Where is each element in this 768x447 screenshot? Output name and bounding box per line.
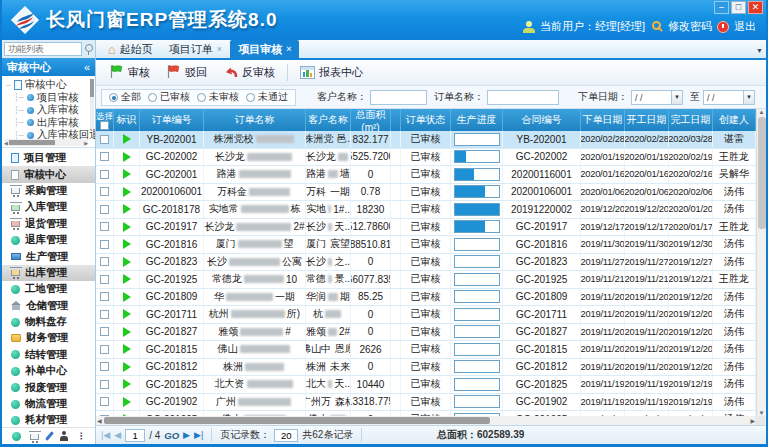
scroll-thumb[interactable] [9, 140, 55, 145]
table-row[interactable]: 20200106001万科金万科一期0.78已审核202001060012020… [96, 184, 756, 202]
审核-button[interactable]: 审核 [102, 62, 157, 83]
logout-link[interactable]: 退出 [734, 19, 756, 34]
calendar-dropdown-icon[interactable]: ▼ [671, 91, 682, 104]
table-row[interactable]: GC-201812株洲株洲未来0已审核GC-2018122019/11/2020… [96, 359, 756, 377]
tab-close-icon[interactable]: × [286, 44, 291, 54]
row-checkbox[interactable] [100, 275, 109, 284]
pin-icon[interactable] [84, 43, 93, 55]
反审核-button[interactable]: 反审核 [216, 63, 282, 83]
报表中心-button[interactable]: 报表中心 [293, 63, 370, 82]
table-row[interactable]: GC-2018178实地常栋实地1#..18230已审核201912200022… [96, 201, 756, 219]
sidebar-item-仓储管理[interactable]: 仓储管理 [2, 298, 95, 314]
sidebar-item-财务管理[interactable]: 财务管理 [2, 330, 95, 346]
table-row[interactable]: GC-201827雅颂#雅颂2#0已审核GC-2018272019/11/202… [96, 324, 756, 342]
sidebar-item-补单中心[interactable]: 补单中心 [2, 363, 95, 379]
row-checkbox[interactable] [100, 170, 109, 179]
table-row[interactable]: YB-202001株洲党校株洲党邑..832.177已审核YB-20200120… [96, 131, 756, 149]
sidebar-item-退货管理[interactable]: 退货管理 [2, 216, 95, 232]
row-checkbox[interactable] [100, 345, 109, 354]
tab-overflow-icon[interactable]: ▼ [756, 47, 763, 54]
sidebar-item-生产管理[interactable]: 生产管理 [2, 248, 95, 264]
prev-page-button[interactable]: ◀ [114, 430, 121, 440]
sidebar-item-退库管理[interactable]: 退库管理 [2, 232, 95, 248]
collapse-icon[interactable]: « [84, 61, 90, 73]
table-row[interactable]: GC-201925常德龙10常德景..266077.835..已审核GC-201… [96, 271, 756, 289]
tree-item-出库审核[interactable]: ┆┄出库审核 [6, 117, 87, 130]
scroll-left-icon[interactable]: ◀ [4, 140, 8, 146]
function-search-input[interactable] [4, 42, 82, 56]
radio-全部[interactable]: 全部 [109, 90, 141, 104]
row-checkbox[interactable] [100, 292, 109, 301]
table-row[interactable]: GC-201823长沙公寓长沙之..0已审核GC-2018232019/11/2… [96, 254, 756, 272]
scroll-right-icon[interactable]: ▶ [84, 140, 88, 146]
page-size-input[interactable] [274, 429, 298, 442]
row-checkbox[interactable] [100, 257, 109, 266]
sidebar-item-出库管理[interactable]: 出库管理 [2, 265, 95, 281]
table-row[interactable]: GC-201711杭州所)杭0已审核GC-2017112019/11/20201… [96, 306, 756, 324]
table-row[interactable]: GC-202002长沙龙长沙龙65525.7200..已审核GC-2020022… [96, 149, 756, 167]
last-page-button[interactable]: ▶| [194, 430, 203, 440]
radio-icon[interactable] [197, 93, 206, 102]
tab-项目审核[interactable]: 项目审核× [230, 40, 299, 58]
sidebar-item-采购管理[interactable]: 采购管理 [2, 183, 95, 199]
tab-起始页[interactable]: ⌂起始页 [100, 40, 161, 58]
horizontal-scrollbar[interactable]: ◀ ▶ [96, 416, 766, 425]
tree-item-入库审核[interactable]: ┆┄入库审核 [6, 104, 87, 117]
scroll-thumb[interactable] [758, 117, 766, 229]
vertical-scrollbar[interactable]: ▲ ▼ [756, 109, 766, 416]
close-button[interactable]: ✕ [748, 1, 763, 14]
tab-项目订单[interactable]: 项目订单× [161, 40, 230, 58]
person-icon[interactable] [60, 431, 68, 441]
radio-未审核[interactable]: 未审核 [197, 90, 239, 104]
customer-name-input[interactable] [370, 90, 427, 105]
scroll-thumb[interactable] [104, 417, 490, 424]
pen-icon[interactable] [45, 431, 54, 441]
tree-horizontal-scrollbar[interactable]: ◀ ▶ [4, 139, 88, 146]
table-row[interactable]: GC-201809华一期华润期85.25已审核GC-2018092019/11/… [96, 289, 756, 307]
table-row[interactable]: GC-201815佛山佛山中恩康2626已审核GC-2018152019/11/… [96, 341, 756, 359]
row-checkbox[interactable] [100, 187, 109, 196]
select-all-checkbox[interactable] [100, 121, 109, 130]
calendar-dropdown-icon[interactable]: ▼ [743, 91, 754, 104]
sidebar-item-物料盘存[interactable]: 物料盘存 [2, 314, 95, 330]
table-row[interactable]: GC-201917长沙龙2#长沙天..8512.78600..已审核GC-201… [96, 219, 756, 237]
sidebar-item-报废管理[interactable]: 报废管理 [2, 379, 95, 395]
tree-vertical-scrollbar[interactable] [90, 79, 94, 129]
radio-icon[interactable] [109, 93, 118, 102]
order-date-from-input[interactable]: / / ▼ [631, 90, 683, 105]
row-checkbox[interactable] [100, 397, 109, 406]
row-checkbox[interactable] [100, 362, 109, 371]
row-checkbox[interactable] [100, 327, 109, 336]
radio-icon[interactable] [246, 93, 255, 102]
circle-icon[interactable] [12, 432, 21, 441]
table-row[interactable]: GC-201816厦门望厦门宸望188510.818已审核GC-20181620… [96, 236, 756, 254]
maximize-button[interactable]: □ [731, 1, 746, 14]
row-checkbox[interactable] [100, 222, 109, 231]
minimize-button[interactable]: – [714, 1, 729, 14]
change-password-link[interactable]: 修改密码 [668, 19, 712, 34]
sidebar-item-耗材管理[interactable]: 耗材管理 [2, 412, 95, 427]
page-number-input[interactable] [125, 429, 145, 442]
table-row[interactable]: GC-201825北大资北大天..10440已审核GC-2018252019/1… [96, 376, 756, 394]
sidebar-item-入库管理[interactable]: 入库管理 [2, 199, 95, 215]
scroll-left-icon[interactable]: ◀ [97, 417, 102, 424]
order-date-to-input[interactable]: / / ▼ [703, 90, 755, 105]
next-page-button[interactable]: ▶ [183, 430, 190, 440]
sidebar-item-物流管理[interactable]: 物流管理 [2, 396, 95, 412]
row-checkbox[interactable] [100, 135, 109, 144]
sidebar-item-工地管理[interactable]: 工地管理 [2, 281, 95, 297]
sidebar-item-审核中心[interactable]: 审核中心 [2, 166, 95, 182]
row-checkbox[interactable] [100, 240, 109, 249]
row-checkbox[interactable] [100, 310, 109, 319]
row-checkbox[interactable] [100, 380, 109, 389]
tree-item-项目审核[interactable]: ┆┄项目审核 [6, 92, 87, 105]
tree-root[interactable]: ┄ 审核中心 [6, 79, 87, 92]
scroll-up-icon[interactable]: ▲ [759, 109, 765, 115]
row-checkbox[interactable] [100, 152, 109, 161]
radio-已审核[interactable]: 已审核 [148, 90, 190, 104]
more-icon[interactable]: ⋮ [77, 432, 86, 441]
tab-close-icon[interactable]: × [217, 44, 222, 54]
table-row[interactable]: GC-202001路港路港墙0已审核202001160012020/01/162… [96, 166, 756, 184]
sidebar-item-结转管理[interactable]: 结转管理 [2, 347, 95, 363]
驳回-button[interactable]: 驳回 [159, 62, 214, 83]
